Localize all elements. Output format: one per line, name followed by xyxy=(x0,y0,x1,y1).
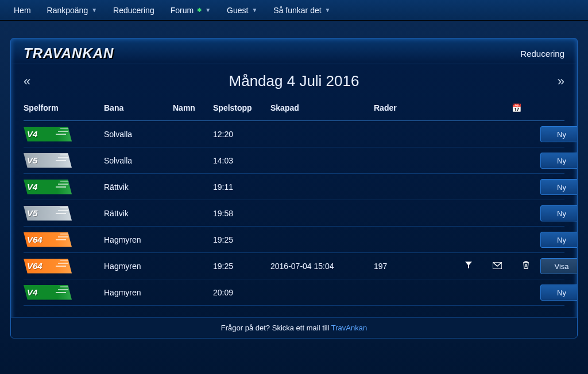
table-row: V64Hagmyren19:25Ny xyxy=(24,227,564,253)
ny-button[interactable]: Ny xyxy=(540,205,578,221)
cell-bana: Rättvik xyxy=(104,182,173,192)
cell-spelstopp: 19:58 xyxy=(213,209,270,218)
footer-link[interactable]: TravAnkan xyxy=(331,324,367,332)
spelform-badge: V64 xyxy=(24,259,72,274)
panel-header: TRAVANKAN Reducering xyxy=(11,38,577,64)
date-title: Måndag 4 Juli 2016 xyxy=(229,72,359,90)
col-spelform: Spelform xyxy=(24,103,104,112)
col-namn: Namn xyxy=(173,103,213,112)
table-row: V64Hagmyren19:252016-07-04 15:04197Visa xyxy=(24,253,564,279)
panel-footer: Frågor på det? Skicka ett mail till Trav… xyxy=(11,317,577,338)
races-table: Spelform Bana Namn Spelstopp Skapad Rade… xyxy=(11,95,577,317)
cell-spelstopp: 19:11 xyxy=(213,182,270,192)
cell-rader: 197 xyxy=(374,262,425,271)
chevron-down-icon: ▼ xyxy=(252,7,257,13)
spelform-badge: V4 xyxy=(24,285,72,300)
table-header: Spelform Bana Namn Spelstopp Skapad Rade… xyxy=(24,95,564,121)
ny-button[interactable]: Ny xyxy=(540,232,578,248)
cell-bana: Solvalla xyxy=(104,156,173,165)
cell-spelstopp: 12:20 xyxy=(213,130,270,139)
ny-button[interactable]: Ny xyxy=(540,179,578,195)
prev-day-button[interactable]: « xyxy=(24,74,30,89)
col-spelstopp: Spelstopp xyxy=(213,103,270,112)
cell-spelstopp: 20:09 xyxy=(213,288,270,297)
spelform-badge: V64 xyxy=(24,232,72,247)
next-day-button[interactable]: » xyxy=(558,74,564,89)
spelform-badge: V4 xyxy=(24,127,72,142)
spelform-badge: V5 xyxy=(24,153,72,168)
top-navbar: Hem Rankpoäng▼ Reducering Forum✱▼ Guest▼… xyxy=(0,0,588,21)
cell-spelstopp: 19:25 xyxy=(213,235,270,244)
table-row: V4Rättvik19:11Ny xyxy=(24,174,564,200)
cell-spelstopp: 19:25 xyxy=(213,262,270,271)
trash-icon[interactable] xyxy=(512,261,540,271)
nav-rankpoang[interactable]: Rankpoäng▼ xyxy=(39,1,106,20)
nav-reducering[interactable]: Reducering xyxy=(105,1,163,20)
main-panel: TRAVANKAN Reducering « Måndag 4 Juli 201… xyxy=(10,38,578,338)
cell-bana: Solvalla xyxy=(104,130,173,139)
table-row: V5Solvalla14:03Ny xyxy=(24,147,564,174)
header-reducering-link[interactable]: Reducering xyxy=(520,49,564,59)
nav-safunkar[interactable]: Så funkar det▼ xyxy=(265,1,338,20)
nav-forum[interactable]: Forum✱▼ xyxy=(163,1,219,20)
col-rader: Rader xyxy=(374,103,425,112)
cell-bana: Hagmyren xyxy=(104,288,173,297)
filter-icon[interactable] xyxy=(454,261,483,271)
date-row: « Måndag 4 Juli 2016 » xyxy=(11,64,577,95)
footer-text: Frågor på det? Skicka ett mail till xyxy=(221,324,331,332)
site-logo: TRAVANKAN xyxy=(24,45,114,61)
cell-skapad: 2016-07-04 15:04 xyxy=(270,262,374,271)
ny-button[interactable]: Ny xyxy=(540,285,578,301)
nav-hem[interactable]: Hem xyxy=(6,1,39,20)
col-bana: Bana xyxy=(104,103,173,112)
visa-button[interactable]: Visa xyxy=(540,258,578,274)
chevron-down-icon: ▼ xyxy=(205,7,211,13)
cell-bana: Hagmyren xyxy=(104,235,173,244)
chevron-down-icon: ▼ xyxy=(91,7,97,13)
table-row: V4Hagmyren20:09Ny xyxy=(24,279,564,306)
spelform-badge: V5 xyxy=(24,206,72,221)
cell-spelstopp: 14:03 xyxy=(213,156,270,165)
col-skapad: Skapad xyxy=(270,103,374,112)
chevron-down-icon: ▼ xyxy=(325,7,331,13)
table-row: V5Rättvik19:58Ny xyxy=(24,200,564,227)
cell-bana: Hagmyren xyxy=(104,262,173,271)
mail-icon[interactable] xyxy=(483,261,512,271)
nav-guest[interactable]: Guest▼ xyxy=(219,1,265,20)
spelform-badge: V4 xyxy=(24,180,72,194)
calendar-icon[interactable]: 📅 xyxy=(512,103,540,112)
cell-bana: Rättvik xyxy=(104,209,173,218)
ny-button[interactable]: Ny xyxy=(540,153,578,169)
ny-button[interactable]: Ny xyxy=(540,126,578,142)
star-icon: ✱ xyxy=(197,7,202,13)
table-row: V4Solvalla12:20Ny xyxy=(24,121,564,147)
